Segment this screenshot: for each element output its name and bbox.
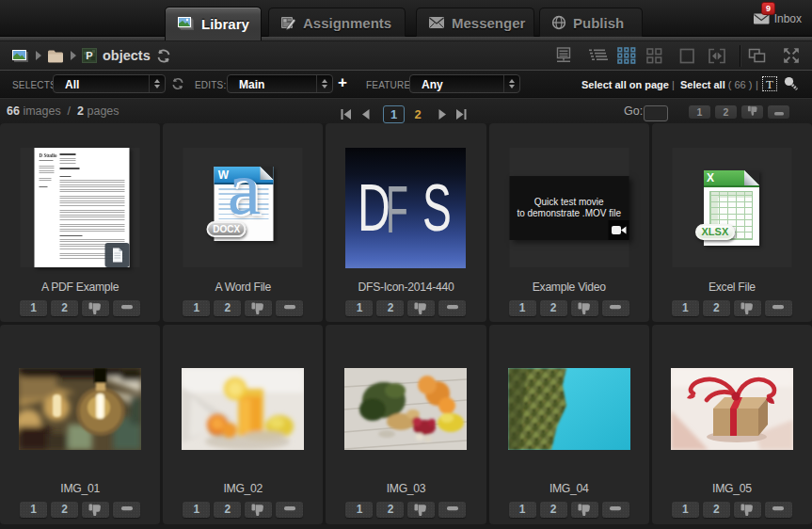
svg-text:P: P bbox=[86, 50, 92, 61]
